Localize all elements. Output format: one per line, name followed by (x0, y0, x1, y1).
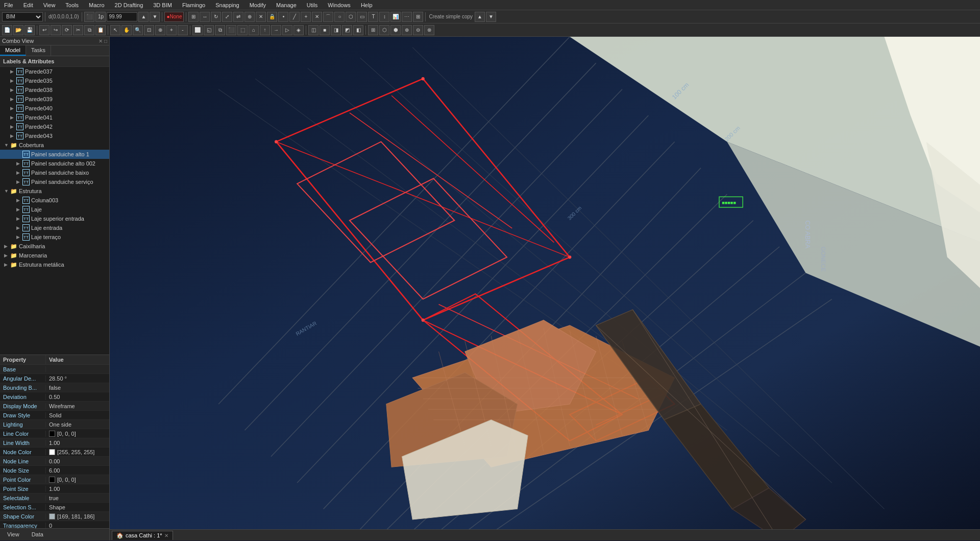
tb2-solid[interactable]: ■ (320, 25, 330, 35)
tb2-hid[interactable]: ◧ (353, 25, 363, 35)
menu-2ddrafting[interactable]: 2D Drafting (113, 2, 145, 8)
tree-arrow-cobertura[interactable]: ▼ (4, 143, 10, 148)
menu-file[interactable]: File (2, 2, 15, 8)
tb2-redo[interactable]: ↪ (51, 25, 61, 35)
tree-item-parede037[interactable]: ▶TTParede037 (0, 67, 109, 76)
tree-arrow-parede039[interactable]: ▶ (10, 97, 16, 102)
tb-poly[interactable]: ⬡ (346, 12, 356, 22)
tb2-select[interactable]: ⊞ (368, 25, 378, 35)
tb-more2[interactable]: ⊞ (413, 12, 423, 22)
tree-item-parede041[interactable]: ▶TTParede041 (0, 113, 109, 122)
tree-item-lajeentrada[interactable]: ▶TTLaje entrada (0, 223, 109, 232)
tree-arrow-lajeentrada[interactable]: ▶ (16, 225, 22, 230)
tb2-undo[interactable]: ↩ (39, 25, 50, 35)
tree-item-coluna003[interactable]: ▶TTColuna003 (0, 196, 109, 205)
tree-item-lajesuperior[interactable]: ▶TTLaje superior entrada (0, 214, 109, 223)
tree-arrow-estruturametalica[interactable]: ▶ (4, 262, 10, 267)
tb2-flat[interactable]: ◩ (342, 25, 352, 35)
tb2-persp[interactable]: ⬛ (226, 25, 236, 35)
tree-arrow-laje[interactable]: ▶ (16, 207, 22, 212)
tb-cross[interactable]: ✕ (312, 12, 322, 22)
copy-btn[interactable]: ▲ (475, 12, 485, 22)
tree-item-cobertura[interactable]: ▼📁Cobertura (0, 140, 109, 150)
tb2-zoomin[interactable]: + (166, 25, 177, 35)
tree-item-estruturametalica[interactable]: ▶📁Estrutura metálica (0, 260, 109, 269)
tb-dim[interactable]: ↕ (379, 12, 389, 22)
workspace-selector[interactable]: BIM (2, 12, 43, 21)
menu-flamingo[interactable]: Flamingo (180, 2, 207, 8)
viewport[interactable]: 100 cm 200 cm 300 cm CO ABRA GONECE RANT… (110, 37, 980, 540)
tab-model[interactable]: Model (0, 45, 26, 56)
snap-input[interactable] (107, 12, 137, 21)
tb2-cursor[interactable]: ↖ (110, 25, 120, 35)
tree-item-parede042[interactable]: ▶TTParede042 (0, 122, 109, 131)
snap-up[interactable]: ▲ (138, 12, 149, 22)
viewport-tab-close[interactable]: ✕ (164, 533, 168, 538)
tree-arrow-parede043[interactable]: ▶ (10, 133, 16, 138)
tree-item-painel1[interactable]: TTPainel sanduiche alto 1 (0, 150, 109, 159)
menu-3dbim[interactable]: 3D BIM (151, 2, 174, 8)
snap-btn2[interactable]: 1p (95, 12, 106, 22)
menu-utils[interactable]: Utils (305, 2, 320, 8)
tree-item-parede040[interactable]: ▶TTParede040 (0, 104, 109, 113)
tb-lock[interactable]: 🔒 (267, 12, 277, 22)
copy-btn2[interactable]: ▼ (486, 12, 496, 22)
tb-plus[interactable]: + (301, 12, 311, 22)
tree-arrow-caixilharia[interactable]: ▶ (4, 244, 10, 249)
snap-btn[interactable]: ⬛ (84, 12, 94, 22)
tree-item-caixilharia[interactable]: ▶📁Caixilharia (0, 242, 109, 251)
tab-tasks[interactable]: Tasks (26, 45, 51, 56)
tb-move[interactable]: ↔ (200, 12, 210, 22)
tree-arrow-estrutura[interactable]: ▼ (4, 189, 10, 194)
tree-item-parede038[interactable]: ▶TTParede038 (0, 85, 109, 95)
menu-modify[interactable]: Modify (248, 2, 268, 8)
tb-circle[interactable]: ○ (334, 12, 345, 22)
tb2-new[interactable]: 📄 (2, 25, 12, 35)
menu-view[interactable]: View (41, 2, 58, 8)
menu-windows[interactable]: Windows (326, 2, 353, 8)
menu-edit[interactable]: Edit (21, 2, 35, 8)
tb2-pan[interactable]: ✋ (121, 25, 132, 35)
tb2-refresh[interactable]: ⟳ (62, 25, 72, 35)
tb-mirror[interactable]: ⇌ (233, 12, 243, 22)
tree-arrow-marcenaria[interactable]: ▶ (4, 253, 10, 258)
tree-item-parede043[interactable]: ▶TTParede043 (0, 131, 109, 140)
tree-item-estrutura[interactable]: ▼📁Estrutura (0, 186, 109, 196)
tree-item-laje[interactable]: ▶TTLaje (0, 205, 109, 214)
tb-grid[interactable]: ⊞ (188, 12, 199, 22)
menu-snapping[interactable]: Snapping (213, 2, 241, 8)
tb-chart[interactable]: 📊 (390, 12, 401, 22)
snap-dn[interactable]: ▼ (150, 12, 160, 22)
tree-arrow-parede038[interactable]: ▶ (10, 87, 16, 92)
tree-arrow-parede037[interactable]: ▶ (10, 69, 16, 74)
tb2-zoomout[interactable]: - (178, 25, 188, 35)
tree-arrow-lajeterrao[interactable]: ▶ (16, 234, 22, 240)
tree-arrow-painelbaixo[interactable]: ▶ (16, 170, 22, 175)
tb2-shade[interactable]: ◨ (331, 25, 341, 35)
tab-data[interactable]: Data (27, 530, 48, 539)
tree-item-painel002[interactable]: ▶TTPainel sanduiche alto 002 (0, 159, 109, 168)
tb2-boolunion[interactable]: ⊕ (402, 25, 412, 35)
tb2-iso[interactable]: ◈ (293, 25, 304, 35)
tb2-ortho[interactable]: ⬚ (237, 25, 248, 35)
tb2-view2[interactable]: ◱ (204, 25, 214, 35)
combo-controls[interactable]: ✕ □ (99, 38, 107, 44)
tb2-home[interactable]: ⌂ (249, 25, 259, 35)
tb2-save[interactable]: 💾 (24, 25, 35, 35)
tb2-boolcut[interactable]: ⊖ (413, 25, 423, 35)
none-btn[interactable]: ● None (164, 12, 184, 22)
tb-point[interactable]: • (278, 12, 288, 22)
tree-item-painelservico[interactable]: ▶TTPainel sanduiche serviço (0, 177, 109, 186)
tb-snap[interactable]: ⊕ (244, 12, 255, 22)
tb2-right[interactable]: ▷ (282, 25, 292, 35)
tree-item-parede039[interactable]: ▶TTParede039 (0, 95, 109, 104)
tb2-ungroup[interactable]: ⬢ (390, 25, 401, 35)
tb-rect[interactable]: ▭ (357, 12, 367, 22)
tb-scale[interactable]: ⤢ (222, 12, 232, 22)
tree-arrow-parede040[interactable]: ▶ (10, 106, 16, 111)
tab-view[interactable]: View (2, 530, 24, 539)
tb-more1[interactable]: ⋯ (402, 12, 412, 22)
tree-arrow-coluna003[interactable]: ▶ (16, 198, 22, 203)
tree-arrow-painel002[interactable]: ▶ (16, 161, 22, 166)
tree-arrow-parede042[interactable]: ▶ (10, 124, 16, 129)
